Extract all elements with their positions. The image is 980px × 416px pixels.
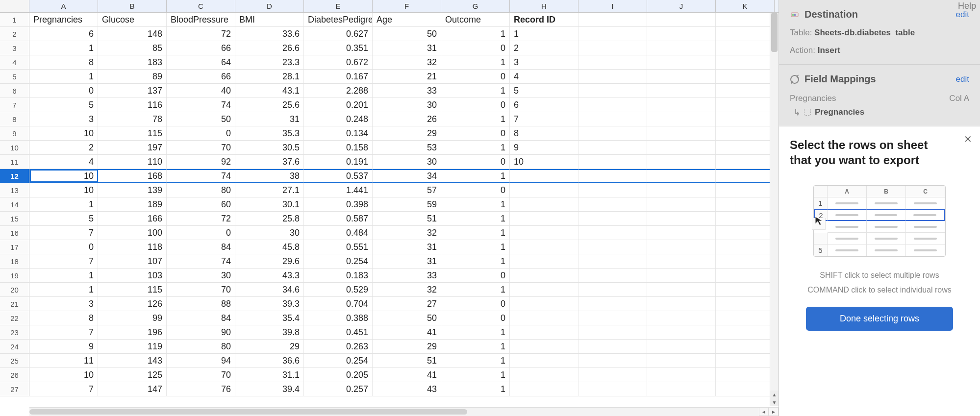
cell[interactable]: 1	[510, 27, 578, 41]
table-row[interactable]: 25111439436.60.254511	[0, 354, 779, 368]
cell[interactable]: 27	[373, 297, 441, 311]
cell[interactable]	[578, 354, 647, 367]
cell[interactable]: Glucose	[98, 13, 167, 26]
cell[interactable]: Record ID	[510, 13, 578, 26]
table-row[interactable]: 2371969039.80.451411	[0, 325, 779, 340]
cell[interactable]	[647, 112, 716, 126]
row-header[interactable]: 7	[0, 98, 29, 112]
close-icon[interactable]: ✕	[964, 133, 972, 145]
cell[interactable]	[716, 311, 775, 325]
cell[interactable]	[647, 240, 716, 254]
cell[interactable]: 0.398	[304, 197, 373, 211]
scroll-up-arrow[interactable]: ▲	[770, 391, 779, 398]
cell[interactable]: Outcome	[441, 13, 510, 26]
cell[interactable]	[510, 382, 578, 396]
cell[interactable]: 30.1	[235, 197, 304, 211]
cell[interactable]: 2.288	[304, 84, 373, 98]
cell[interactable]: 21	[373, 70, 441, 83]
cell[interactable]	[578, 126, 647, 140]
cell[interactable]: 0.704	[304, 297, 373, 311]
cell[interactable]: 0.205	[304, 368, 373, 382]
cell[interactable]: 0	[441, 126, 510, 140]
cell[interactable]	[578, 311, 647, 325]
cell[interactable]: 0	[167, 126, 235, 140]
cell[interactable]: 70	[167, 141, 235, 154]
cell[interactable]: 70	[167, 368, 235, 382]
cell[interactable]: 7	[29, 382, 98, 396]
cell[interactable]: 26.6	[235, 41, 304, 55]
cell[interactable]: 1	[441, 368, 510, 382]
cell[interactable]: 40	[167, 84, 235, 98]
cell[interactable]: 1	[29, 70, 98, 83]
cell[interactable]: 0.167	[304, 70, 373, 83]
cell[interactable]: 0.248	[304, 112, 373, 126]
cell[interactable]: 1	[29, 283, 98, 296]
cell[interactable]	[716, 183, 775, 197]
cell[interactable]	[578, 169, 647, 183]
cell[interactable]: 70	[167, 283, 235, 296]
cell[interactable]	[578, 27, 647, 41]
cell[interactable]: 1	[441, 354, 510, 367]
cell[interactable]	[578, 212, 647, 225]
cell[interactable]: 41	[373, 368, 441, 382]
cell[interactable]: 57	[373, 183, 441, 197]
cell[interactable]	[716, 141, 775, 154]
cell[interactable]: 80	[167, 340, 235, 353]
cell[interactable]	[716, 283, 775, 296]
row-header[interactable]: 26	[0, 368, 29, 382]
row-header[interactable]: 5	[0, 70, 29, 83]
cell[interactable]: 39.3	[235, 297, 304, 311]
cell[interactable]: 0	[441, 155, 510, 169]
cell[interactable]	[716, 325, 775, 339]
row-header[interactable]: 18	[0, 254, 29, 268]
table-row[interactable]: 1911033043.30.183330	[0, 269, 779, 283]
cell[interactable]: 8	[29, 55, 98, 69]
row-header[interactable]: 1	[0, 13, 29, 26]
horizontal-scroll-thumb[interactable]	[29, 409, 467, 415]
cell[interactable]: 30.5	[235, 141, 304, 154]
cell[interactable]: 32	[373, 55, 441, 69]
cell[interactable]	[716, 13, 775, 26]
cell[interactable]: 0	[441, 183, 510, 197]
cell[interactable]: 33	[373, 269, 441, 282]
cell[interactable]: 119	[98, 340, 167, 353]
cell[interactable]: 1	[441, 283, 510, 296]
cell[interactable]: 51	[373, 354, 441, 367]
cell[interactable]: 31	[235, 112, 304, 126]
cell[interactable]: 0.134	[304, 126, 373, 140]
cell[interactable]: 43	[373, 382, 441, 396]
cell[interactable]: 0.551	[304, 240, 373, 254]
column-header[interactable]: J	[647, 0, 716, 12]
cell[interactable]: 39.8	[235, 325, 304, 339]
cell[interactable]	[578, 368, 647, 382]
cell[interactable]: 53	[373, 141, 441, 154]
cell[interactable]: BMI	[235, 13, 304, 26]
cell[interactable]: BloodPressure	[167, 13, 235, 26]
cell[interactable]: 4	[29, 155, 98, 169]
cell[interactable]: 36.6	[235, 354, 304, 367]
cell[interactable]	[716, 340, 775, 353]
cell[interactable]: 8	[510, 126, 578, 140]
table-row[interactable]: 26101257031.10.205411	[0, 368, 779, 382]
cell[interactable]: 84	[167, 240, 235, 254]
cell[interactable]	[578, 283, 647, 296]
cell[interactable]: 78	[98, 112, 167, 126]
cell[interactable]: 80	[167, 183, 235, 197]
cell[interactable]	[578, 141, 647, 154]
cell[interactable]: 1	[441, 254, 510, 268]
scroll-down-arrow[interactable]: ▼	[770, 398, 779, 406]
cell[interactable]	[647, 212, 716, 225]
column-header[interactable]: K	[716, 0, 775, 12]
row-header[interactable]: 2	[0, 27, 29, 41]
cell[interactable]: 0	[441, 269, 510, 282]
row-header[interactable]: 24	[0, 340, 29, 353]
cell[interactable]: 9	[29, 340, 98, 353]
cell[interactable]: 31	[373, 254, 441, 268]
table-row[interactable]: 1411896030.10.398591	[0, 197, 779, 212]
row-header[interactable]: 20	[0, 283, 29, 296]
cell[interactable]: 1	[29, 41, 98, 55]
cell[interactable]: 1	[441, 325, 510, 339]
cell[interactable]	[647, 340, 716, 353]
cell[interactable]: 0.183	[304, 269, 373, 282]
cell[interactable]: 74	[167, 254, 235, 268]
